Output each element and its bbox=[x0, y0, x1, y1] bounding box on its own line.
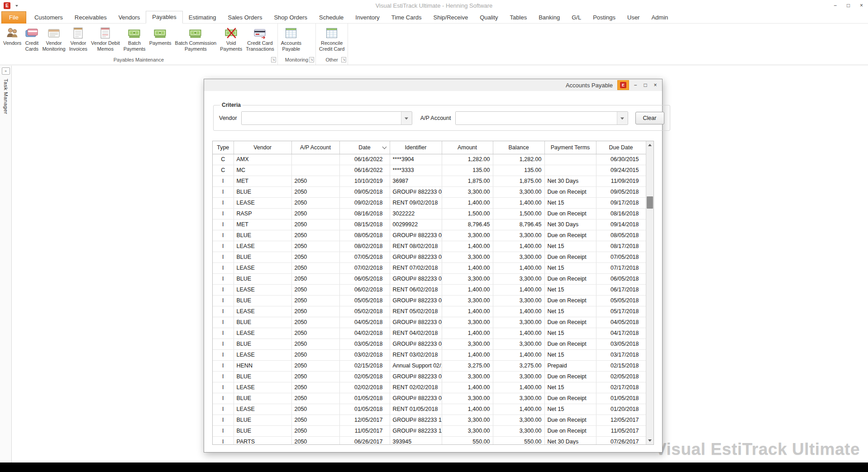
grid-row[interactable]: IPARTS205006/26/2017393945550.00550.00Ne… bbox=[213, 436, 646, 444]
taskbar[interactable] bbox=[0, 462, 868, 472]
tab-vendors[interactable]: Vendors bbox=[113, 12, 146, 24]
grid-cell: 3,300.00 bbox=[493, 415, 544, 425]
credit-card-icon bbox=[25, 26, 38, 40]
grid-row[interactable]: IBLUE205004/05/2018GROUP# 882233 04/3,30… bbox=[213, 317, 646, 328]
tab-inventory[interactable]: Inventory bbox=[349, 12, 385, 24]
column-header-date[interactable]: Date bbox=[339, 141, 390, 154]
maximize-button[interactable]: □ bbox=[842, 0, 855, 11]
column-header-payment-terms[interactable]: Payment Terms bbox=[544, 141, 596, 154]
grid-row[interactable]: IRASP205008/16/201830222221,500.001,500.… bbox=[213, 208, 646, 219]
grid-row[interactable]: IBLUE205007/05/2018GROUP# 882233 07/3,30… bbox=[213, 252, 646, 262]
tab-banking[interactable]: Banking bbox=[533, 12, 566, 24]
dialog-launcher-icon[interactable]: ↘ bbox=[309, 57, 314, 62]
grid-row[interactable]: IBLUE205005/05/2018GROUP# 882233 05/3,30… bbox=[213, 295, 646, 306]
tab-sales-orders[interactable]: Sales Orders bbox=[222, 12, 268, 24]
tab-receivables[interactable]: Receivables bbox=[69, 12, 113, 24]
ribbon-button-credit-card-transactions[interactable]: Credit Card Transactions bbox=[244, 25, 276, 52]
ribbon-group-caption: Other↘ bbox=[316, 56, 348, 65]
grid-row[interactable]: ILEASE205006/02/2018RENT 06/02/20181,400… bbox=[213, 284, 646, 295]
ribbon-button-vendor-invoices[interactable]: Vendor Invoices bbox=[67, 25, 89, 52]
grid-row[interactable]: IHENN205002/15/2018Annual Support 02/13,… bbox=[213, 360, 646, 371]
close-button[interactable]: × bbox=[855, 0, 868, 11]
ribbon-button-label: Credit Card Transactions bbox=[246, 40, 274, 52]
grid-row[interactable]: IBLUE205001/05/2018GROUP# 882233 01/3,30… bbox=[213, 393, 646, 404]
column-header-amount[interactable]: Amount bbox=[442, 141, 493, 154]
dialog-close-button[interactable]: × bbox=[650, 80, 660, 90]
grid-row[interactable]: IBLUE205012/05/2017GROUP# 882233 12/3,30… bbox=[213, 415, 646, 425]
tab-estimating[interactable]: Estimating bbox=[183, 12, 222, 24]
column-header-due-date[interactable]: Due Date bbox=[596, 141, 646, 154]
ribbon-button-credit-cards[interactable]: Credit Cards bbox=[23, 25, 40, 52]
ap-account-combobox[interactable] bbox=[455, 111, 628, 125]
grid-row[interactable]: IBLUE205003/05/2018GROUP# 882233 03/3,30… bbox=[213, 339, 646, 349]
grid-row[interactable]: ILEASE205001/05/2018RENT 01/05/20181,400… bbox=[213, 404, 646, 415]
column-header-identifier[interactable]: Identifier bbox=[390, 141, 442, 154]
dialog-minimize-button[interactable]: − bbox=[630, 80, 640, 90]
tab-admin[interactable]: Admin bbox=[645, 12, 674, 24]
dialog-launcher-icon[interactable]: ↘ bbox=[271, 57, 276, 62]
ribbon-button-vendor-debit-memos[interactable]: Vendor Debit Memos bbox=[89, 25, 122, 52]
grid-row[interactable]: IBLUE205002/05/2018GROUP# 882233 02/3,30… bbox=[213, 371, 646, 382]
grid-row[interactable]: IBLUE205009/05/2018GROUP# 882233 09/3,30… bbox=[213, 186, 646, 197]
ribbon-button-reconcile-credit-card[interactable]: Reconcile Credit Card bbox=[317, 25, 346, 52]
ribbon-button-vendors[interactable]: Vendors bbox=[1, 25, 23, 47]
tab-customers[interactable]: Customers bbox=[29, 12, 69, 24]
grid-row[interactable]: ILEASE205008/02/2018RENT 08/02/20181,400… bbox=[213, 241, 646, 252]
accounts-payable-titlebar[interactable]: Accounts Payable E − □ × bbox=[204, 79, 662, 91]
dialog-restore-button[interactable]: □ bbox=[640, 80, 650, 90]
mdi-desktop: Visual EstiTrack Ultimate Accounts Payab… bbox=[12, 66, 868, 462]
clear-button[interactable]: Clear bbox=[635, 112, 664, 124]
ap-account-combobox-input[interactable] bbox=[456, 112, 617, 124]
grid-cell: 3,300.00 bbox=[493, 273, 544, 284]
grid-cell: 05/02/2018 bbox=[339, 306, 390, 317]
dialog-launcher-icon[interactable]: ↘ bbox=[341, 57, 346, 62]
tab-schedule[interactable]: Schedule bbox=[313, 12, 349, 24]
ribbon-button-accounts-payable[interactable]: Accounts Payable bbox=[279, 25, 303, 52]
vendor-combobox[interactable] bbox=[241, 111, 412, 125]
grid-row[interactable]: ILEASE205007/02/2018RENT 07/02/20181,400… bbox=[213, 262, 646, 273]
tab-quality[interactable]: Quality bbox=[474, 12, 504, 24]
scrollbar-thumb[interactable] bbox=[647, 196, 653, 209]
column-header-type[interactable]: Type bbox=[213, 141, 234, 154]
ribbon-button-payments[interactable]: Payments bbox=[148, 25, 173, 47]
ribbon-button-void-payments[interactable]: Void Payments bbox=[218, 25, 244, 52]
column-header-balance[interactable]: Balance bbox=[493, 141, 544, 154]
vertical-scrollbar[interactable] bbox=[646, 141, 653, 444]
grid-row[interactable]: IBLUE205011/05/2017GROUP# 882233 11/3,30… bbox=[213, 425, 646, 436]
grid-row[interactable]: CMC06/16/2022****3333135.00135.0009/24/2… bbox=[213, 165, 646, 176]
grid-row[interactable]: ILEASE205005/02/2018RENT 05/02/20181,400… bbox=[213, 306, 646, 317]
column-header-a-p-account[interactable]: A/P Account bbox=[291, 141, 339, 154]
tab-ship-receive[interactable]: Ship/Receive bbox=[428, 12, 474, 24]
tab-time-cards[interactable]: Time Cards bbox=[386, 12, 428, 24]
minimize-button[interactable]: − bbox=[829, 0, 842, 11]
tab-postings[interactable]: Postings bbox=[587, 12, 621, 24]
tab-tables[interactable]: Tables bbox=[504, 12, 533, 24]
tab-shop-orders[interactable]: Shop Orders bbox=[268, 12, 313, 24]
grid-row[interactable]: ILEASE205009/02/2018RENT 09/02/20181,400… bbox=[213, 197, 646, 208]
tab-user[interactable]: User bbox=[621, 12, 645, 24]
column-header-vendor[interactable]: Vendor bbox=[234, 141, 291, 154]
vendor-combobox-input[interactable] bbox=[242, 112, 401, 124]
scroll-up-arrow-icon[interactable] bbox=[646, 141, 653, 149]
app-logo-icon[interactable]: E bbox=[4, 2, 10, 9]
ap-account-dropdown-arrow-icon[interactable] bbox=[617, 112, 628, 124]
grid-row[interactable]: ILEASE205003/02/2018RENT 03/02/20181,400… bbox=[213, 349, 646, 360]
scroll-down-arrow-icon[interactable] bbox=[646, 437, 653, 444]
grid-row[interactable]: CAMX06/16/2022****39041,282.001,282.0006… bbox=[213, 154, 646, 165]
grid-row[interactable]: IMET205008/15/2018002999228,796.458,796.… bbox=[213, 219, 646, 230]
grid-row[interactable]: IBLUE205006/05/2018GROUP# 882233 06/3,30… bbox=[213, 273, 646, 284]
grid-row[interactable]: ILEASE205004/02/2018RENT 04/02/20181,400… bbox=[213, 328, 646, 339]
tab-payables[interactable]: Payables bbox=[146, 11, 182, 24]
ribbon-button-vendor-monitoring[interactable]: Vendor Monitoring bbox=[40, 25, 67, 52]
task-manager-expand-button[interactable]: » bbox=[2, 67, 10, 75]
ribbon-button-batch-payments[interactable]: Batch Payments bbox=[122, 25, 148, 52]
vendor-dropdown-arrow-icon[interactable] bbox=[401, 112, 412, 124]
grid-row[interactable]: ILEASE205002/02/2018RENT 02/02/20181,400… bbox=[213, 382, 646, 393]
ribbon-button-batch-commission-payments[interactable]: Batch Commission Payments bbox=[173, 25, 219, 52]
grid-row[interactable]: IBLUE205008/05/2018GROUP# 882233 08/3,30… bbox=[213, 230, 646, 241]
grid-row[interactable]: IMET205010/10/2019369871,875.001,875.00N… bbox=[213, 176, 646, 186]
tab-g-l[interactable]: G/L bbox=[566, 12, 587, 24]
tab-file[interactable]: File bbox=[1, 11, 26, 24]
dialog-logo-icon[interactable]: E bbox=[617, 80, 629, 90]
quick-access-caret-icon[interactable] bbox=[15, 5, 18, 8]
